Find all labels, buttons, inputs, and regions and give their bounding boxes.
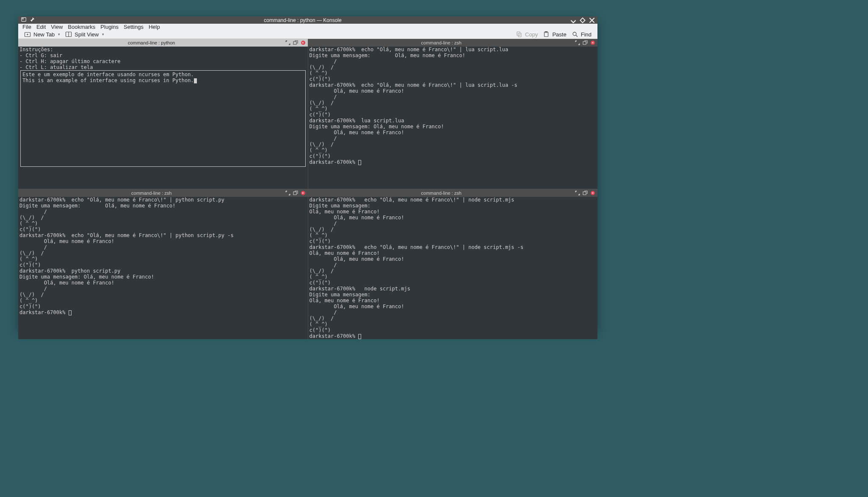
svg-point-9: [573, 32, 576, 36]
window-title: command-line : python — Konsole: [35, 17, 570, 23]
copy-button[interactable]: Copy: [513, 30, 540, 39]
new-tab-icon: [24, 31, 31, 38]
menu-view[interactable]: View: [51, 24, 63, 30]
ncurses-box-text: Este e um exemplo de interface usando nc…: [22, 72, 194, 83]
detach-icon[interactable]: [293, 40, 299, 46]
detach-icon[interactable]: [582, 40, 588, 46]
konsole-window: command-line : python — Konsole File Edi…: [18, 17, 597, 330]
menu-bookmarks[interactable]: Bookmarks: [68, 24, 95, 30]
ncurses-header: Instruções: - Ctrl G: sair - Ctrl H: apa…: [19, 47, 120, 70]
paste-label: Paste: [552, 31, 566, 38]
split-container: command-line : python Instruções: - Ctrl…: [18, 39, 597, 339]
copy-label: Copy: [525, 31, 538, 38]
close-icon[interactable]: [589, 17, 595, 23]
svg-rect-14: [583, 192, 586, 195]
chevron-down-icon: ▾: [58, 32, 60, 36]
expand-icon[interactable]: [575, 40, 581, 46]
menu-file[interactable]: File: [22, 24, 31, 30]
pane-title: command-line : zsh: [308, 191, 575, 196]
terminal-text: darkstar-6700k% echo "Olá, meu nome é Fr…: [310, 197, 524, 339]
menubar: File Edit View Bookmarks Plugins Setting…: [18, 24, 597, 30]
menu-settings[interactable]: Settings: [124, 24, 144, 30]
find-icon: [572, 31, 578, 38]
terminal-output[interactable]: Instruções: - Ctrl G: sair - Ctrl H: apa…: [18, 47, 308, 189]
new-tab-button[interactable]: New Tab ▾: [22, 30, 63, 39]
svg-rect-1: [22, 18, 24, 20]
pane-header[interactable]: command-line : zsh: [308, 39, 598, 47]
pane-header[interactable]: command-line : zsh: [18, 189, 308, 197]
close-pane-icon[interactable]: [590, 40, 596, 46]
pane-header[interactable]: command-line : zsh: [308, 189, 598, 197]
terminal-output[interactable]: darkstar-6700k% echo "Olá, meu nome é Fr…: [18, 197, 308, 339]
expand-icon[interactable]: [285, 190, 291, 196]
toolbar: New Tab ▾ Split View ▾ Copy Paste Find: [18, 30, 597, 39]
cursor: [69, 310, 72, 315]
copy-icon: [516, 31, 522, 38]
menu-plugins[interactable]: Plugins: [100, 24, 119, 30]
svg-rect-12: [583, 41, 586, 44]
close-pane-icon[interactable]: [590, 190, 596, 196]
paste-icon: [543, 31, 550, 38]
menu-help[interactable]: Help: [149, 24, 160, 30]
pane-top-right: command-line : zsh darkstar-6700k% echo …: [308, 39, 598, 189]
expand-icon[interactable]: [285, 40, 291, 46]
pane-header[interactable]: command-line : python: [18, 39, 308, 47]
split-view-label: Split View: [75, 31, 99, 38]
cursor: [194, 78, 197, 83]
cursor: [358, 160, 361, 165]
terminal-output[interactable]: darkstar-6700k% echo "Olá, meu nome é Fr…: [308, 197, 598, 339]
pane-bottom-right: command-line : zsh darkstar-6700k% echo …: [308, 189, 598, 339]
svg-line-10: [576, 35, 578, 37]
split-view-button[interactable]: Split View ▾: [63, 30, 107, 39]
pane-title: command-line : python: [18, 40, 285, 45]
find-label: Find: [581, 31, 592, 38]
close-pane-icon[interactable]: [300, 190, 306, 196]
titlebar: command-line : python — Konsole: [18, 17, 597, 24]
pin-icon[interactable]: [29, 17, 35, 24]
split-view-icon: [65, 31, 72, 38]
svg-rect-13: [293, 192, 296, 195]
terminal-text: darkstar-6700k% echo "Olá, meu nome é Fr…: [19, 197, 234, 315]
cursor: [358, 334, 361, 339]
terminal-output[interactable]: darkstar-6700k% echo "Olá, meu nome é Fr…: [308, 47, 598, 189]
expand-icon[interactable]: [575, 190, 581, 196]
detach-icon[interactable]: [582, 190, 588, 196]
pane-title: command-line : zsh: [18, 191, 285, 196]
detach-icon[interactable]: [293, 190, 299, 196]
paste-button[interactable]: Paste: [540, 30, 569, 39]
ncurses-box: Este e um exemplo de interface usando nc…: [20, 70, 306, 167]
pane-bottom-left: command-line : zsh darkstar-6700k% echo …: [18, 189, 308, 339]
new-tab-label: New Tab: [33, 31, 55, 38]
pane-top-left: command-line : python Instruções: - Ctrl…: [18, 39, 308, 189]
minimize-icon[interactable]: [570, 17, 576, 23]
pane-title: command-line : zsh: [308, 40, 575, 45]
find-button[interactable]: Find: [569, 30, 594, 39]
svg-rect-11: [293, 41, 296, 44]
close-pane-icon[interactable]: [300, 40, 306, 46]
terminal-text: darkstar-6700k% echo "Olá, meu nome é Fr…: [310, 47, 517, 165]
app-menu-icon[interactable]: [21, 17, 27, 24]
menu-edit[interactable]: Edit: [36, 24, 46, 30]
maximize-icon[interactable]: [580, 17, 586, 23]
chevron-down-icon: ▾: [102, 32, 104, 36]
